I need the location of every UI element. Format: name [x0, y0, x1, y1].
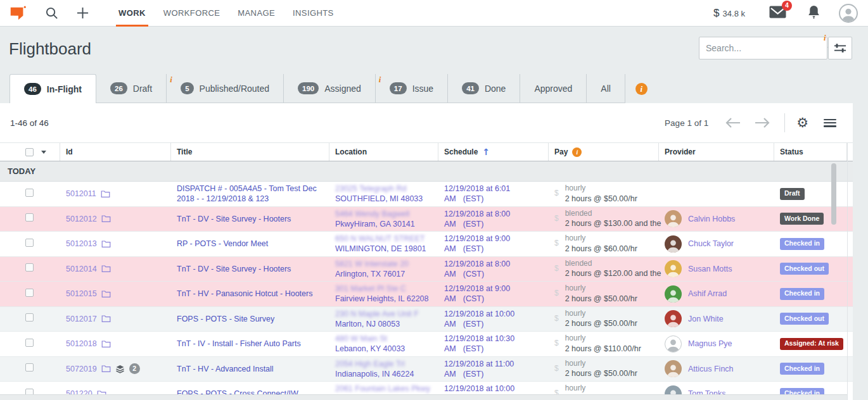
provider-name-link[interactable]: Atticus Finch — [688, 364, 734, 374]
field-nation-logo-icon[interactable] — [8, 4, 27, 23]
folder-icon[interactable] — [101, 365, 111, 373]
workorder-title-link[interactable]: TnT - DV - Site Survey - Hooters — [177, 215, 291, 223]
provider-name-link[interactable]: Jon White — [688, 314, 724, 324]
workorder-id-link[interactable]: 5072019 — [66, 364, 97, 374]
provider-avatar[interactable] — [665, 285, 682, 303]
row-checkbox[interactable] — [25, 263, 34, 272]
column-header-id[interactable]: Id — [60, 143, 171, 161]
provider-name-link[interactable]: Magnus Pye — [688, 339, 732, 349]
workorder-id-link[interactable]: 5012014 — [66, 264, 97, 274]
tab-issue[interactable]: i 17 Issue — [376, 74, 448, 103]
nav-item-insights[interactable]: INSIGHTS — [291, 0, 335, 27]
table-row: 5012011 DISPATCH # - 005A4A5 - Tom Test … — [0, 182, 853, 207]
provider-avatar[interactable] — [665, 210, 682, 227]
nav-item-workforce[interactable]: WORKFORCE — [162, 0, 222, 27]
folder-icon[interactable] — [101, 265, 111, 273]
provider-avatar[interactable] — [665, 235, 682, 253]
folder-icon[interactable] — [101, 290, 111, 298]
tab-in-flight[interactable]: 46 In-Flight — [10, 74, 96, 103]
workorder-title-link[interactable]: DISPATCH # - 005A4A5 - Tom Test Dec 2018… — [177, 184, 317, 203]
workorder-list-panel: 1-46 of 46 Page 1 of 1 ⚙ Id Title Locati… — [0, 103, 853, 400]
prev-page-arrow-icon[interactable] — [725, 117, 741, 128]
create-new-icon[interactable] — [76, 6, 89, 20]
tab-approved[interactable]: Approved — [520, 74, 587, 103]
tab-all[interactable]: All — [587, 74, 625, 103]
pay-info-icon[interactable]: i — [572, 147, 582, 157]
provider-avatar[interactable] — [665, 260, 682, 277]
column-header-pay[interactable]: Pay i — [549, 143, 659, 161]
filters-button[interactable] — [828, 37, 852, 59]
column-header-location[interactable]: Location — [329, 143, 438, 161]
row-checkbox[interactable] — [25, 339, 34, 347]
column-header-title[interactable]: Title — [171, 143, 329, 161]
row-checkbox[interactable] — [25, 289, 34, 297]
status-badge: Checked out — [780, 313, 829, 325]
account-balance[interactable]: $ 34.8 k — [713, 7, 745, 20]
workorder-title-link[interactable]: RP - POTS - Vendor Meet — [177, 239, 268, 248]
workorder-title-link[interactable]: FOPS - POTS - Site Survey — [177, 315, 274, 323]
folder-icon[interactable] — [101, 315, 111, 323]
dollar-icon: $ — [554, 364, 559, 374]
row-checkbox[interactable] — [25, 363, 34, 372]
select-dropdown-caret-icon[interactable] — [41, 151, 46, 154]
user-avatar[interactable] — [839, 4, 858, 23]
result-range: 1-46 of 46 — [10, 118, 49, 128]
workorder-title-link[interactable]: TnT - HV - Advanced Install — [177, 365, 274, 373]
workorder-id-link[interactable]: 5012017 — [66, 314, 97, 324]
row-id-cell: 5072019 2 — [60, 361, 171, 376]
list-menu-icon[interactable] — [824, 119, 836, 127]
row-location-cell: 230 N Maple Ave Unit F Marlton, NJ 08053 — [329, 307, 438, 332]
folder-icon[interactable] — [101, 240, 111, 248]
column-header-schedule[interactable]: Schedule ↑ — [438, 143, 549, 161]
provider-avatar[interactable] — [665, 310, 682, 327]
workorder-id-link[interactable]: 5012015 — [66, 289, 97, 299]
tab-done[interactable]: 41 Done — [448, 74, 520, 103]
provider-avatar[interactable] — [665, 335, 682, 353]
dollar-icon: $ — [554, 339, 559, 349]
nav-item-manage[interactable]: MANAGE — [236, 0, 276, 27]
tab-assigned[interactable]: 190 Assigned — [284, 74, 376, 103]
bundle-layers-icon[interactable] — [115, 365, 125, 373]
table-header: Id Title Location Schedule ↑ Pay i Provi… — [0, 142, 853, 161]
row-checkbox[interactable] — [25, 213, 34, 222]
column-header-status[interactable]: Status — [774, 143, 847, 161]
table-scrollbar-thumb[interactable] — [831, 163, 836, 225]
row-checkbox[interactable] — [25, 313, 34, 322]
messages-count-badge: 4 — [782, 1, 792, 11]
notifications-bell-icon[interactable] — [808, 5, 820, 22]
tabs-info-icon[interactable]: i — [635, 83, 648, 95]
row-status-cell: Assigned: At risk — [774, 336, 847, 352]
workorder-id-link[interactable]: 5012011 — [66, 189, 96, 199]
provider-avatar[interactable] — [665, 360, 682, 377]
nav-item-work[interactable]: WORK — [117, 0, 147, 27]
search-input[interactable] — [699, 43, 827, 53]
provider-name-link[interactable]: Susan Motts — [688, 264, 732, 274]
tab-published-routed[interactable]: i 5 Published/Routed — [167, 74, 284, 103]
global-search-icon[interactable] — [45, 6, 58, 20]
provider-name-link[interactable]: Ashif Arrad — [688, 289, 727, 299]
row-checkbox[interactable] — [25, 189, 34, 197]
workorder-id-link[interactable]: 5012012 — [66, 214, 97, 224]
folder-icon[interactable] — [101, 190, 110, 198]
location-street-redacted: 5464 Wendy Bagwell — [335, 209, 435, 219]
provider-name-link[interactable]: Calvin Hobbs — [688, 214, 735, 224]
folder-icon[interactable] — [101, 340, 111, 348]
schedule-timezone: (EST) — [463, 220, 484, 228]
row-pay-cell: $ hourly 2 hours @ $50.00/hr — [549, 182, 659, 206]
select-all-checkbox[interactable] — [25, 148, 34, 156]
workorder-title-link[interactable]: TnT - IV - Install - Fisher Auto Parts — [177, 339, 301, 348]
settings-gear-icon[interactable]: ⚙ — [796, 116, 808, 130]
workorder-title-link[interactable]: TnT - HV - Panasonic Hotcut - Hooters — [177, 289, 312, 298]
workorder-title-link[interactable]: TnT - DV - Site Survey - Hooters — [177, 265, 291, 273]
tab-label: Done — [485, 84, 506, 94]
provider-name-link[interactable]: Chuck Taylor — [688, 239, 734, 249]
row-checkbox[interactable] — [25, 239, 34, 247]
next-page-arrow-icon[interactable] — [754, 117, 770, 128]
filter-info-mark[interactable]: i — [824, 33, 826, 43]
column-header-provider[interactable]: Provider — [659, 143, 774, 161]
messages-icon[interactable]: 4 — [769, 6, 786, 21]
tab-draft[interactable]: 26 Draft — [96, 74, 167, 103]
workorder-id-link[interactable]: 5012018 — [66, 339, 97, 349]
workorder-id-link[interactable]: 5012013 — [66, 239, 97, 249]
folder-icon[interactable] — [101, 215, 111, 223]
